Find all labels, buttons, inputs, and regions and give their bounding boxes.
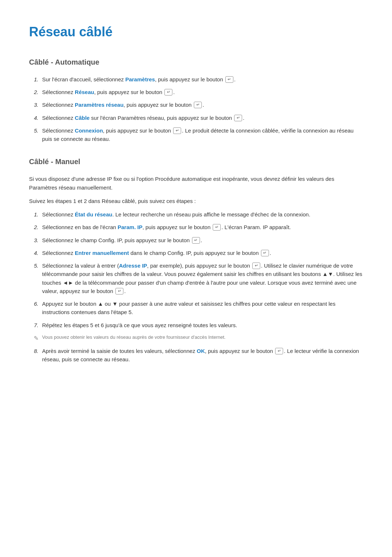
page-title: Réseau câblé [29,22,363,42]
step-content: Sélectionnez Connexion, puis appuyez sur… [42,126,363,143]
enter-button-icon [261,250,269,256]
section-auto: Câblé - Automatique 1. Sur l'écran d'acc… [29,57,363,143]
enter-button-icon [164,89,172,95]
step-number: 6. [29,300,42,308]
section-manual: Câblé - Manuel Si vous disposez d'une ad… [29,156,363,363]
step-number: 1. [29,75,42,84]
step-number: 7. [29,321,42,329]
step-number: 3. [29,236,42,244]
highlight-connexion: Connexion [75,127,103,134]
pencil-icon: ✎ [29,334,42,343]
enter-button-icon [192,237,200,244]
step-content: Sélectionnez le champ Config. IP, puis a… [42,236,363,244]
step-content: Sélectionnez Réseau, puis appuyez sur le… [42,88,363,96]
highlight-réseau: Réseau [75,89,94,95]
highlight-param-ip: Param. IP [118,224,142,230]
enter-button-icon [115,288,123,294]
enter-button-icon [173,127,181,134]
section-auto-title: Câblé - Automatique [29,57,363,68]
step-number: 8. [29,347,42,355]
enter-button-icon [234,115,242,121]
list-item: 3. Sélectionnez le champ Config. IP, pui… [29,236,363,244]
list-item: 6. Appuyez sur le bouton ▲ ou ▼ pour pas… [29,300,363,317]
list-item: 2. Sélectionnez en bas de l'écran Param.… [29,223,363,231]
step-content: Après avoir terminé la saisie de toutes … [42,347,363,364]
step-number: 5. [29,261,42,270]
note-text: Vous pouvez obtenir les valeurs du résea… [42,334,363,341]
list-item: 3. Sélectionnez Paramètres réseau, puis … [29,101,363,109]
enter-button-icon [275,348,283,354]
step-number: 4. [29,114,42,122]
step-content: Répétez les étapes 5 et 6 jusqu'à ce que… [42,321,363,329]
step-number: 2. [29,88,42,96]
step-content: Sélectionnez en bas de l'écran Param. IP… [42,223,363,231]
highlight-état-réseau: État du réseau [75,211,112,217]
list-item: 2. Sélectionnez Réseau, puis appuyez sur… [29,88,363,96]
list-item: 4. Sélectionnez Câble sur l'écran Paramè… [29,114,363,122]
note-item: ✎ Vous pouvez obtenir les valeurs du rés… [29,334,363,343]
highlight-paramètres: Paramètres [125,76,155,82]
step-content: Sélectionnez Paramètres réseau, puis app… [42,101,363,109]
enter-button-icon [252,263,260,269]
step-content: Sélectionnez la valeur à entrer (Adresse… [42,261,363,295]
step-number: 4. [29,249,42,257]
step-number: 2. [29,223,42,231]
manual-intro-2: Suivez les étapes 1 et 2 dans Réseau câb… [29,197,363,205]
list-item: 7. Répétez les étapes 5 et 6 jusqu'à ce … [29,321,363,329]
section-manual-title: Câblé - Manuel [29,156,363,167]
enter-button-icon [194,102,202,108]
enter-button-icon [213,224,221,231]
enter-button-icon [225,76,233,83]
step-number: 5. [29,126,42,135]
highlight-ok: OK [197,348,205,354]
manual-steps-list: 1. Sélectionnez État du réseau. Le lecte… [29,210,363,329]
step-content: Sélectionnez Câble sur l'écran Paramètre… [42,114,363,122]
highlight-câble: Câble [75,115,90,121]
step-content: Sur l'écran d'accueil, sélectionnez Para… [42,75,363,84]
list-item: 5. Sélectionnez la valeur à entrer (Adre… [29,261,363,295]
highlight-adresse-ip: Adresse IP [119,263,147,269]
manual-steps-list-cont: 8. Après avoir terminé la saisie de tout… [29,347,363,364]
list-item: 5. Sélectionnez Connexion, puis appuyez … [29,126,363,143]
list-item: 8. Après avoir terminé la saisie de tout… [29,347,363,364]
step-content: Sélectionnez État du réseau. Le lecteur … [42,210,363,219]
manual-intro-1: Si vous disposez d'une adresse IP fixe o… [29,175,363,192]
step-content: Sélectionnez Entrer manuellement dans le… [42,249,363,257]
auto-steps-list: 1. Sur l'écran d'accueil, sélectionnez P… [29,75,363,143]
list-item: 1. Sélectionnez État du réseau. Le lecte… [29,210,363,219]
list-item: 4. Sélectionnez Entrer manuellement dans… [29,249,363,257]
highlight-paramètres-réseau: Paramètres réseau [75,102,123,108]
list-item: 1. Sur l'écran d'accueil, sélectionnez P… [29,75,363,84]
step-number: 1. [29,210,42,219]
highlight-entrer-manuellement: Entrer manuellement [75,250,129,256]
step-number: 3. [29,101,42,109]
step-content: Appuyez sur le bouton ▲ ou ▼ pour passer… [42,300,363,317]
